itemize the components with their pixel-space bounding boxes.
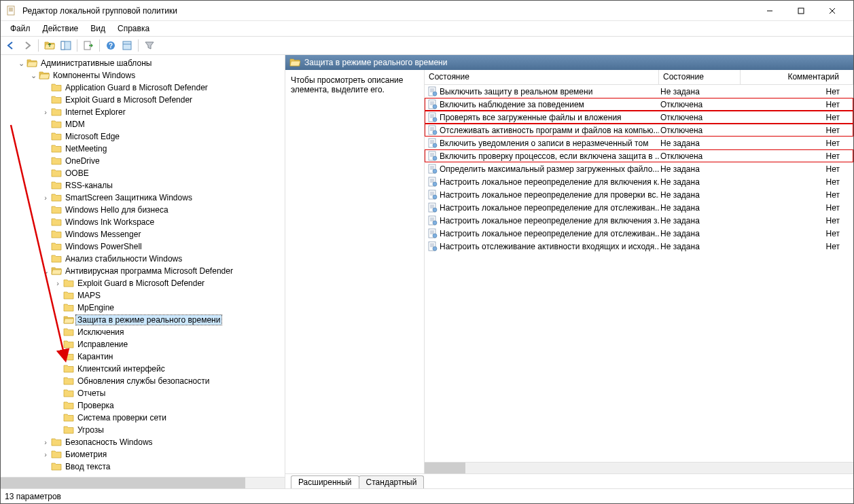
tree-item[interactable]: ▸Исправление [1,338,285,350]
tree-item[interactable]: ▸Windows PowerShell [1,240,285,253]
tree-item[interactable]: ▸Исключения [1,326,285,338]
tree-item[interactable]: ▸Анализ стабильности Windows [1,253,285,265]
help-button[interactable]: ? [103,38,118,53]
menu-view[interactable]: Вид [85,22,111,35]
col-header-comment[interactable]: Комментарий [741,70,853,84]
status-text: 13 параметров [5,492,61,501]
status-bar: 13 параметров [1,488,853,503]
toolbar: ? [1,36,853,55]
list-pane: Защита в режиме реального времени Чтобы … [285,55,853,488]
tree-pane[interactable]: ⌄Административные шаблоны⌄Компоненты Win… [1,55,285,488]
menu-action[interactable]: Действие [37,22,84,35]
folder-icon [289,57,300,68]
close-button[interactable] [817,1,848,21]
properties-button[interactable] [120,38,135,53]
tree-item[interactable]: ▸MDM [1,118,285,130]
tree-item[interactable]: ›Internet Explorer [1,106,285,118]
tree-item[interactable]: ⌄Антивирусная программа Microsoft Defend… [1,265,285,277]
tree-item[interactable]: ▸Защита в режиме реального времени [1,314,285,326]
policy-row[interactable]: Включить уведомления о записи в неразмеч… [425,137,853,149]
tree-item[interactable]: ▸Microsoft Edge [1,130,285,143]
export-button[interactable] [81,38,96,53]
main-area: ⌄Административные шаблоны⌄Компоненты Win… [1,55,853,488]
title-bar: Редактор локальной групповой политики [1,1,853,21]
tree-item[interactable]: ▸Угрозы [1,424,285,436]
tree-item[interactable]: ▸OOBE [1,167,285,179]
policy-row[interactable]: Настроить локальное переопределение для … [425,214,853,227]
tree-item[interactable]: ▸Windows Hello для бизнеса [1,204,285,216]
tree-item[interactable]: ›Безопасность Windows [1,436,285,448]
tree-item[interactable]: ▸NetMeeting [1,143,285,155]
description-column: Чтобы просмотреть описание элемента, выд… [285,70,425,473]
policy-row[interactable]: Настроить отслеживание активности входящ… [425,240,853,253]
app-icon [6,5,17,16]
tree-item[interactable]: ▸Карантин [1,350,285,363]
menu-help[interactable]: Справка [112,22,155,35]
maximize-button[interactable] [785,1,817,21]
policy-row[interactable]: Настроить локальное переопределение для … [425,175,853,188]
tree-item[interactable]: ▸Отчеты [1,387,285,399]
policy-row[interactable]: Настроить локальное переопределение для … [425,227,853,240]
policy-row[interactable]: Настроить локальное переопределение для … [425,201,853,214]
items-column: Состояние Состояние Комментарий Выключит… [425,70,853,473]
tree-h-scrollbar[interactable] [1,477,285,488]
policy-row[interactable]: Настроить локальное переопределение для … [425,188,853,201]
policy-row[interactable]: Проверять все загруженные файлы и вложен… [425,111,853,124]
policy-row[interactable]: Включить наблюдение за поведением Отключ… [425,98,853,111]
description-text: Чтобы просмотреть описание элемента, выд… [291,75,419,94]
tree-item[interactable]: ▸Система проверки сети [1,412,285,424]
tree-item[interactable]: ›Биометрия [1,448,285,461]
svg-rect-18 [123,41,131,50]
svg-text:?: ? [109,42,113,50]
svg-rect-10 [798,8,804,14]
policy-row[interactable]: Определить максимальный размер загруженн… [425,162,853,175]
tree-item[interactable]: ▸Exploit Guard в Microsoft Defender [1,94,285,106]
tree-item[interactable]: ▸Ввод текста [1,461,285,473]
tree-item[interactable]: ▸Windows Messenger [1,228,285,240]
menu-file[interactable]: Файл [5,22,36,35]
policy-row[interactable]: Выключить защиту в реальном времени Не з… [425,85,853,98]
list-header-title: Защита в режиме реального времени [304,58,447,67]
up-folder-button[interactable] [42,38,57,53]
list-h-scrollbar[interactable] [425,462,853,473]
col-header-name[interactable]: Состояние [425,70,659,84]
column-headers: Состояние Состояние Комментарий [425,70,853,85]
tab-standard[interactable]: Стандартный [359,475,425,488]
window-title: Редактор локальной групповой политики [22,6,754,16]
policy-row[interactable]: Отслеживать активность программ и файлов… [425,124,853,137]
tree-item[interactable]: ▸Windows Ink Workspace [1,216,285,228]
svg-rect-14 [61,41,65,50]
menu-bar: Файл Действие Вид Справка [1,21,853,36]
forward-button[interactable] [20,38,35,53]
show-tree-button[interactable] [58,38,73,53]
tree-item[interactable]: ▸Application Guard в Microsoft Defender [1,82,285,94]
view-tabs: Расширенный Стандартный [285,473,853,488]
minimize-button[interactable] [754,1,785,21]
tree-item[interactable]: ⌄Административные шаблоны [1,57,285,69]
filter-button[interactable] [142,38,157,53]
tree-item[interactable]: ›SmartScreen Защитника Windows [1,192,285,204]
tree-item[interactable]: ⌄Компоненты Windows [1,69,285,82]
tree-item[interactable]: ▸Клиентский интерфейс [1,363,285,375]
tab-extended[interactable]: Расширенный [291,475,359,488]
list-header-bar: Защита в режиме реального времени [285,55,853,70]
tree-item[interactable]: ▸MpEngine [1,302,285,314]
tree-item[interactable]: ▸Обновления службы безопасности [1,375,285,387]
policy-row[interactable]: Включить проверку процессов, если включе… [425,149,853,162]
col-header-state[interactable]: Состояние [659,70,741,84]
tree-item[interactable]: ▸RSS-каналы [1,179,285,192]
tree-item[interactable]: ▸OneDrive [1,155,285,167]
back-button[interactable] [3,38,18,53]
tree-item[interactable]: ▸Проверка [1,399,285,412]
tree-item[interactable]: ▸MAPS [1,289,285,302]
tree-item[interactable]: ›Exploit Guard в Microsoft Defender [1,277,285,289]
